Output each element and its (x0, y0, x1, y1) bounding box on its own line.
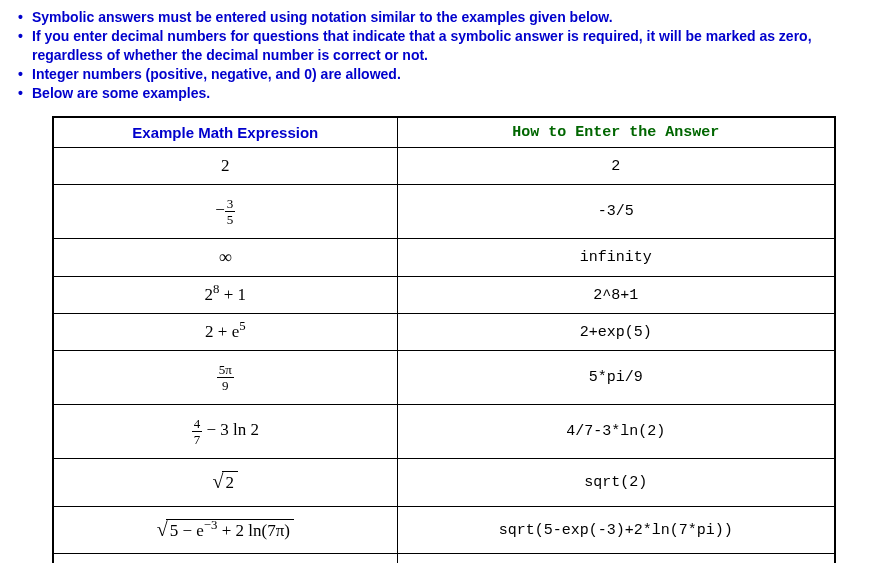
prefix: 2 + (205, 322, 232, 341)
entry-cell: 4/7-3*ln(2) (397, 405, 835, 459)
entry-cell: fac(5) (397, 554, 835, 563)
entry-cell: -3/5 (397, 185, 835, 239)
fraction-numerator: 4 (192, 417, 203, 431)
examples-table: Example Math Expression How to Enter the… (52, 116, 836, 563)
instruction-item: Symbolic answers must be entered using n… (12, 8, 876, 27)
table-row: √5 − e−3 + 2 ln(7π) sqrt(5-exp(-3)+2*ln(… (53, 506, 835, 553)
fraction-denominator: 9 (217, 377, 234, 392)
entry-cell: sqrt(2) (397, 459, 835, 506)
header-entry: How to Enter the Answer (397, 117, 835, 148)
radicand: 2 (222, 471, 239, 493)
expr-cell: −35 (53, 185, 397, 239)
fraction-denominator: 7 (192, 431, 203, 446)
expr-cell: ∞ (53, 239, 397, 277)
radicand: 5 − e−3 + 2 ln(7π) (166, 519, 294, 541)
instruction-item: If you enter decimal numbers for questio… (12, 27, 876, 65)
table-row: 47 − 3 ln 2 4/7-3*ln(2) (53, 405, 835, 459)
entry-cell: 2 (397, 148, 835, 185)
expr-cell: 47 − 3 ln 2 (53, 405, 397, 459)
expr-cell: 5π9 (53, 351, 397, 405)
entry-cell: sqrt(5-exp(-3)+2*ln(7*pi)) (397, 506, 835, 553)
fraction-denominator: 5 (225, 211, 236, 226)
entry-cell: infinity (397, 239, 835, 277)
fraction: 5π9 (217, 363, 234, 392)
square-root: √2 (213, 471, 238, 493)
instruction-item: Integer numbers (positive, negative, and… (12, 65, 876, 84)
suffix: − 3 ln 2 (202, 421, 259, 440)
infinity-symbol: ∞ (219, 247, 232, 267)
superscript: −3 (204, 518, 218, 532)
entry-cell: 2^8+1 (397, 277, 835, 314)
expr-cell: √5 − e−3 + 2 ln(7π) (53, 506, 397, 553)
base: 2 (205, 285, 214, 304)
table-row: ∞ infinity (53, 239, 835, 277)
fraction: 35 (225, 197, 236, 226)
fraction: 47 (192, 417, 203, 446)
table-row: √2 sqrt(2) (53, 459, 835, 506)
suffix: + 1 (219, 285, 246, 304)
fraction-numerator: 3 (225, 197, 236, 211)
expr-cell: 2 (53, 148, 397, 185)
table-row: 2 2 (53, 148, 835, 185)
radicand-part-a: 5 − (170, 521, 197, 540)
superscript: 5 (239, 320, 245, 334)
square-root: √5 − e−3 + 2 ln(7π) (157, 519, 294, 541)
fraction-numerator: 5π (217, 363, 234, 377)
instruction-item: Below are some examples. (12, 84, 876, 103)
base: e (196, 521, 204, 540)
expr-cell: √2 (53, 459, 397, 506)
table-row: −35 -3/5 (53, 185, 835, 239)
radicand-part-b: + 2 ln(7π) (217, 521, 289, 540)
table-row: 2 + e5 2+exp(5) (53, 314, 835, 351)
table-row: 5! fac(5) (53, 554, 835, 563)
instruction-list: Symbolic answers must be entered using n… (12, 8, 876, 102)
expr-cell: 5! (53, 554, 397, 563)
minus-sign: − (215, 201, 225, 220)
table-row: 28 + 1 2^8+1 (53, 277, 835, 314)
entry-cell: 2+exp(5) (397, 314, 835, 351)
table-header-row: Example Math Expression How to Enter the… (53, 117, 835, 148)
table-row: 5π9 5*pi/9 (53, 351, 835, 405)
header-expression: Example Math Expression (53, 117, 397, 148)
entry-cell: 5*pi/9 (397, 351, 835, 405)
examples-table-container: Example Math Expression How to Enter the… (12, 116, 876, 563)
expr-cell: 2 + e5 (53, 314, 397, 351)
expr-cell: 28 + 1 (53, 277, 397, 314)
